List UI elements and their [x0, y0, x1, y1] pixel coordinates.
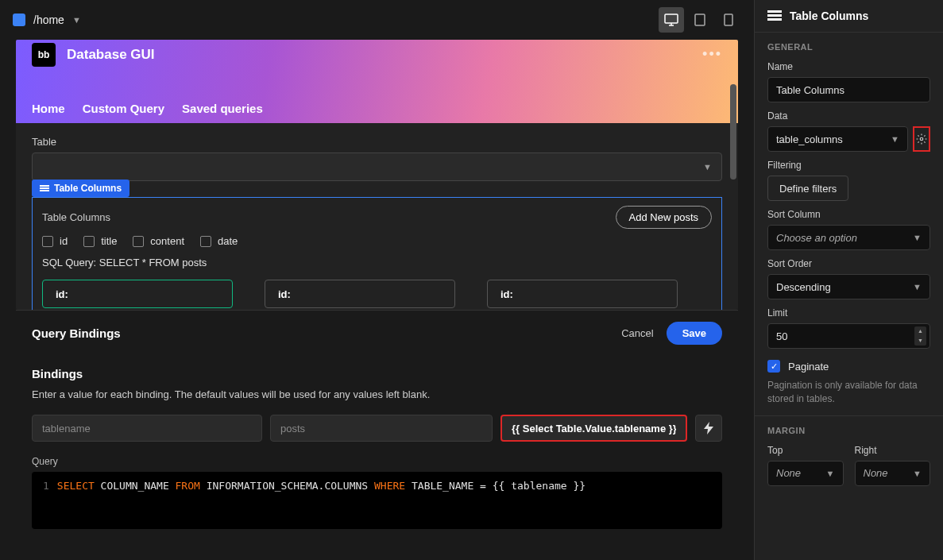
chevron-down-icon: ▼: [913, 282, 922, 292]
query-label: Query: [32, 456, 722, 467]
app-logo: bb: [32, 43, 56, 67]
svg-rect-1: [695, 14, 705, 25]
result-card[interactable]: id:: [265, 280, 455, 308]
query-bindings-panel: Query Bindings Cancel Save Bindings Ente…: [16, 310, 738, 545]
svg-rect-4: [40, 187, 49, 189]
save-button[interactable]: Save: [667, 322, 722, 345]
bindings-heading: Bindings: [32, 367, 722, 380]
mobile-view-button[interactable]: [716, 7, 741, 33]
bindings-help-text: Enter a value for each binding. The defa…: [32, 388, 722, 400]
section-general: GENERAL: [767, 42, 930, 52]
gear-icon: [916, 133, 927, 145]
tab-home[interactable]: Home: [32, 102, 65, 115]
sort-order-label: Sort Order: [767, 258, 930, 269]
selected-component[interactable]: Table Columns Add New posts id title con…: [32, 197, 722, 310]
binding-value-input[interactable]: [500, 415, 687, 442]
app-header: bb Database GUI ••• Home Custom Query Sa…: [16, 40, 738, 123]
bolt-icon[interactable]: [695, 415, 722, 442]
desktop-view-button[interactable]: [659, 7, 684, 33]
svg-rect-7: [767, 14, 782, 17]
name-input[interactable]: Table Columns: [767, 77, 930, 102]
breadcrumb[interactable]: /home: [33, 14, 64, 26]
data-select[interactable]: table_columns ▼: [767, 126, 908, 152]
component-tag[interactable]: Table Columns: [32, 180, 129, 197]
add-new-button[interactable]: Add New posts: [616, 206, 712, 229]
more-menu-icon[interactable]: •••: [702, 46, 722, 63]
tab-saved-queries[interactable]: Saved queries: [182, 102, 263, 115]
margin-top-select[interactable]: None ▼: [767, 461, 844, 486]
define-filters-button[interactable]: Define filters: [767, 176, 848, 201]
scrollbar[interactable]: [730, 84, 736, 303]
name-label: Name: [767, 61, 930, 72]
result-card[interactable]: id:: [42, 280, 233, 308]
binding-default-input[interactable]: [270, 415, 493, 442]
svg-rect-8: [767, 18, 782, 21]
chevron-down-icon[interactable]: ▼: [72, 15, 81, 25]
rows-icon: [767, 10, 782, 22]
binding-name-input[interactable]: [32, 415, 262, 442]
data-label: Data: [767, 110, 930, 122]
sql-query-text: SQL Query: SELECT * FROM posts: [42, 257, 712, 268]
paginate-label: Paginate: [788, 361, 829, 373]
tablet-view-button[interactable]: [687, 7, 713, 33]
sort-column-label: Sort Column: [767, 209, 930, 220]
section-margin: MARGIN: [767, 426, 930, 435]
cancel-button[interactable]: Cancel: [621, 327, 653, 339]
svg-point-9: [920, 137, 923, 141]
columns-title: Table Columns: [42, 211, 110, 223]
limit-input[interactable]: 50 ▲▼: [767, 323, 930, 349]
limit-label: Limit: [767, 307, 930, 319]
column-check-content[interactable]: content: [133, 235, 184, 247]
chevron-down-icon: ▼: [891, 134, 899, 144]
preview-canvas[interactable]: bb Database GUI ••• Home Custom Query Sa…: [16, 40, 738, 310]
panel-title: Query Bindings: [32, 326, 121, 340]
margin-top-label: Top: [767, 445, 844, 456]
app-icon: [13, 14, 25, 26]
paginate-checkbox[interactable]: ✓: [767, 360, 780, 373]
svg-rect-2: [725, 14, 732, 25]
svg-rect-0: [665, 14, 678, 23]
topbar: /home ▼: [0, 0, 754, 40]
svg-rect-3: [40, 185, 49, 187]
margin-right-select[interactable]: None ▼: [855, 461, 931, 486]
chevron-down-icon: ▼: [703, 162, 712, 172]
svg-rect-5: [40, 190, 49, 191]
chevron-down-icon: ▼: [913, 233, 922, 242]
column-check-id[interactable]: id: [42, 235, 68, 247]
properties-sidebar: Table Columns GENERAL Name Table Columns…: [754, 0, 943, 560]
result-card[interactable]: id:: [487, 280, 678, 308]
tab-custom-query[interactable]: Custom Query: [83, 102, 164, 115]
app-title: Database GUI: [67, 47, 155, 63]
table-field-label: Table: [32, 136, 722, 148]
number-stepper[interactable]: ▲▼: [914, 326, 926, 346]
sort-column-select[interactable]: Choose an option ▼: [767, 225, 930, 250]
column-check-title[interactable]: title: [83, 235, 117, 247]
filtering-label: Filtering: [767, 160, 930, 171]
svg-rect-6: [767, 10, 782, 13]
chevron-down-icon: ▼: [913, 469, 922, 478]
sort-order-select[interactable]: Descending ▼: [767, 274, 930, 299]
query-code[interactable]: 1SELECT COLUMN_NAME FROM INFORMATION_SCH…: [32, 472, 722, 529]
chevron-down-icon: ▼: [826, 469, 835, 478]
margin-right-label: Right: [855, 445, 931, 456]
sidebar-title: Table Columns: [790, 10, 868, 22]
column-check-date[interactable]: date: [200, 235, 238, 247]
table-select[interactable]: ▼: [32, 153, 722, 181]
data-settings-button[interactable]: [913, 126, 930, 152]
paginate-help: Pagination is only available for data st…: [767, 379, 930, 406]
